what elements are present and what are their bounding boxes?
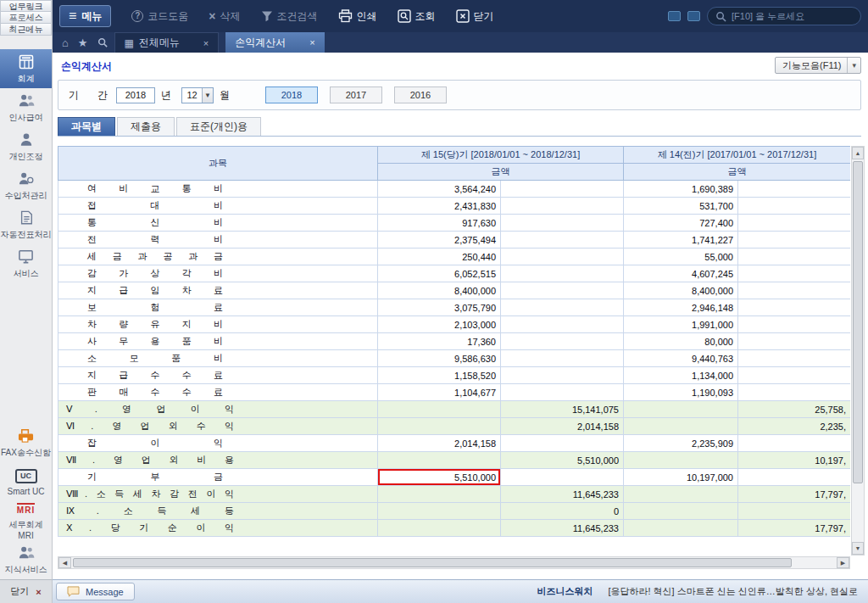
table-row[interactable]: 지 급 수 수 료1,158,5201,134,000 <box>58 367 851 384</box>
tab-all-menu[interactable]: ▦ 전체메뉴 × <box>114 32 220 53</box>
table-row[interactable]: 감 가 상 각 비6,052,5154,607,245 <box>58 265 851 282</box>
table-row[interactable]: Ⅹ. 당 기 순 이 익11,645,23317,797, <box>58 520 851 537</box>
table-row[interactable]: 통 신 비917,630727,400 <box>58 215 851 232</box>
function-group-button[interactable]: 기능모음(F11) ▾ <box>775 57 861 74</box>
table-row[interactable]: 세 금 과 공 과 금250,44055,000 <box>58 248 851 265</box>
period1-column-header[interactable]: 제 15(당)기 [2018/01/01 ~ 2018/12/31] <box>378 147 624 164</box>
subject-column-header[interactable]: 과목 <box>58 147 378 181</box>
scroll-right-icon[interactable]: ▶ <box>837 557 849 568</box>
account-name: 여 비 교 통 비 <box>87 182 223 195</box>
table-row[interactable]: 기 부 금5,510,00010,197,000 <box>58 469 851 486</box>
tab-income-statement[interactable]: 손익계산서 × <box>225 32 324 53</box>
tab-by-subject[interactable]: 과목별 <box>58 117 115 136</box>
amount-cell <box>501 215 624 232</box>
global-search-input[interactable] <box>732 11 853 21</box>
sidebar-item-hr-payroll[interactable]: 인사급여 <box>0 88 52 127</box>
home-icon[interactable]: ⌂ <box>62 37 69 48</box>
condition-search-button[interactable]: 조건검색 <box>261 9 318 24</box>
worklink-button[interactable]: 업무링크 <box>0 0 52 12</box>
table-row[interactable]: Ⅸ. 소 득 세 등0 <box>58 503 851 520</box>
table-row[interactable]: 전 력 비2,375,4941,741,227 <box>58 232 851 248</box>
horizontal-scroll-thumb[interactable] <box>73 558 792 567</box>
message-tab[interactable]: Message <box>56 583 135 600</box>
account-cell: Ⅹ. 당 기 순 이 익 <box>58 520 378 537</box>
tab-search-icon[interactable] <box>97 37 108 47</box>
news-headline[interactable]: [응답하라! 혁신] 스마트폰 신는 신인류…발칙한 상상, 현실로 <box>608 585 858 598</box>
filter-icon <box>261 10 273 22</box>
amount-cell <box>501 384 624 401</box>
table-row[interactable]: 판 매 수 수 료1,104,6771,190,093 <box>58 384 851 401</box>
amount-cell <box>738 248 851 265</box>
global-search[interactable] <box>707 7 861 25</box>
table-row[interactable]: Ⅷ. 소 득 세 차 감 전 이 익11,645,23317,797, <box>58 486 851 503</box>
tab-close-icon[interactable]: × <box>309 37 314 47</box>
period2-column-header[interactable]: 제 14(전)기 [2017/01/01 ~ 2017/12/31] <box>624 147 851 164</box>
table-row[interactable]: 접 대 비2,431,830531,700 <box>58 198 851 215</box>
amount-cell: 2,375,494 <box>378 232 501 248</box>
year-button-2018[interactable]: 2018 <box>265 87 318 103</box>
year-button-2017[interactable]: 2017 <box>330 87 382 103</box>
amount-cell: 11,645,233 <box>501 486 624 503</box>
amount-cell <box>738 367 851 384</box>
sidebar-item-label: 서비스 <box>14 268 39 280</box>
scroll-left-icon[interactable]: ◀ <box>58 557 71 568</box>
amount-cell: 25,758, <box>738 401 851 418</box>
inquiry-button[interactable]: 조회 <box>398 9 436 24</box>
table-row[interactable]: 잡 이 익2,014,1582,235,909 <box>58 435 851 452</box>
process-button[interactable]: 프로세스 <box>0 12 52 24</box>
amount-cell <box>501 248 624 265</box>
star-icon[interactable]: ★ <box>78 37 88 48</box>
table-row[interactable]: 지 급 임 차 료8,400,0008,400,000 <box>58 282 851 299</box>
menu-button[interactable]: ≡ 메뉴 <box>59 5 111 27</box>
account-cell: 전 력 비 <box>58 232 378 248</box>
tab-submission[interactable]: 제출용 <box>117 117 175 136</box>
amount-cell: 2,014,158 <box>501 418 624 435</box>
window-icon-2[interactable] <box>687 11 700 21</box>
close-icon[interactable]: × <box>36 587 41 597</box>
news-source[interactable]: 비즈니스워치 <box>537 585 593 598</box>
sidebar-close-button[interactable]: 닫기 × <box>0 579 53 603</box>
tab-standard-personal[interactable]: 표준(개인)용 <box>176 117 261 136</box>
table-row[interactable]: 보 험 료3,075,7902,946,148 <box>58 299 851 316</box>
vertical-scroll-thumb[interactable] <box>853 161 863 483</box>
table-row[interactable]: 소 모 품 비9,586,6309,440,763 <box>58 350 851 367</box>
table-row[interactable]: 여 비 교 통 비3,564,2401,690,389 <box>58 181 851 198</box>
period-year-input[interactable] <box>116 87 155 103</box>
sidebar-item-income-source[interactable]: 수입처관리 <box>0 166 52 205</box>
scroll-down-icon[interactable]: ▼ <box>852 542 864 555</box>
recent-menu-button[interactable]: 최근메뉴 <box>0 24 52 36</box>
table-row[interactable]: Ⅵ. 영 업 외 수 익2,014,1582,235, <box>58 418 851 435</box>
sidebar-item-personal-adjust[interactable]: 개인조정 <box>0 127 52 166</box>
amount-cell <box>624 452 738 469</box>
mri-icon: MRI <box>17 501 35 516</box>
sidebar-item-knowledge[interactable]: 지식서비스 <box>0 540 52 579</box>
search-icon <box>715 11 726 22</box>
table-row[interactable]: 사 무 용 품 비17,36080,000 <box>58 333 851 350</box>
sidebar-item-auto-voucher[interactable]: 자동전표처리 <box>0 205 52 244</box>
function-group-label: 기능모음(F11) <box>782 59 841 72</box>
tab-close-icon[interactable]: × <box>203 38 209 48</box>
scroll-up-icon[interactable]: ▲ <box>852 147 864 159</box>
sidebar-item-fax[interactable]: FAX송수신함 <box>0 423 52 462</box>
code-help-button[interactable]: ? 코드도움 <box>131 9 188 24</box>
window-icon-1[interactable] <box>668 11 681 21</box>
year-button-2016[interactable]: 2016 <box>394 87 447 103</box>
delete-button[interactable]: × 삭제 <box>209 9 240 24</box>
close-button[interactable]: 닫기 <box>456 9 494 24</box>
horizontal-scrollbar[interactable]: ◀ ▶ <box>58 556 850 569</box>
sidebar-item-service[interactable]: 서비스 <box>0 244 52 283</box>
sidebar-item-accounting[interactable]: 회계 <box>0 49 52 88</box>
vertical-scrollbar[interactable]: ▲ ▼ <box>851 146 865 556</box>
table-row[interactable]: 차 량 유 지 비2,103,0001,991,000 <box>58 316 851 333</box>
amount-cell: 2,235, <box>738 418 851 435</box>
account-cell: 보 험 료 <box>58 299 378 316</box>
sidebar-item-smart-uc[interactable]: UC Smart UC <box>0 462 52 501</box>
print-button[interactable]: 인쇄 <box>338 9 377 24</box>
period-month-select[interactable]: 12 ▼ <box>181 87 214 103</box>
message-label: Message <box>86 587 124 597</box>
sidebar-item-tax-mri[interactable]: MRI 세무회계 MRI <box>0 501 52 540</box>
table-row[interactable]: Ⅶ. 영 업 외 비 용5,510,00010,197, <box>58 452 851 469</box>
table-row[interactable]: Ⅴ. 영 업 이 익15,141,07525,758, <box>58 401 851 418</box>
chevron-down-icon[interactable]: ▼ <box>202 88 213 103</box>
amount-cell: 5,510,000 <box>378 469 501 486</box>
